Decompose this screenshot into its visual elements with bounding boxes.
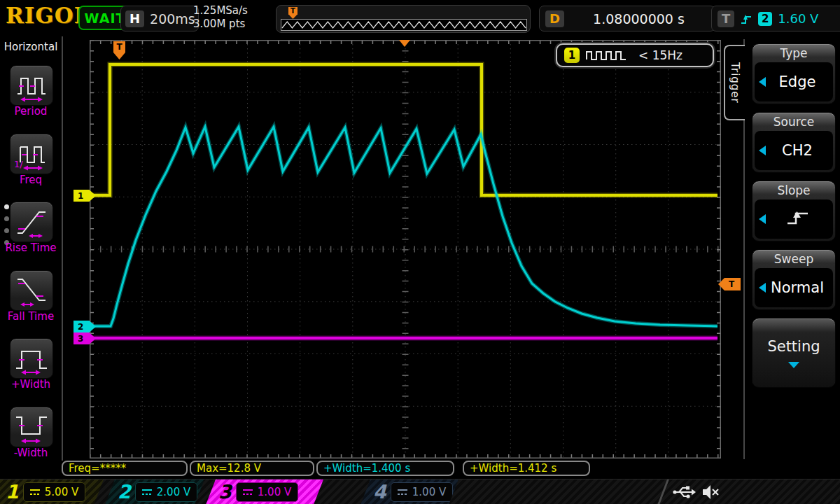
left-arrow-icon xyxy=(759,77,766,87)
delay-readout: D 1.08000000 s xyxy=(539,6,715,31)
fall-time-icon xyxy=(12,271,51,310)
rigol-logo: RIGOL xyxy=(6,3,90,28)
measurement-pos-width-1: +Width=1.400 s xyxy=(316,461,454,476)
trigger-frequency-value: < 15Hz xyxy=(638,48,682,62)
delay-value: 1.08000000 s xyxy=(568,11,709,27)
plus-width-icon xyxy=(12,339,51,378)
measurement-pos-width-2-value: +Width=1.412 s xyxy=(470,462,556,475)
measurement-freq: Freq=***** xyxy=(62,461,188,476)
trigger-type-button[interactable]: Type Edge xyxy=(752,43,836,104)
minus-width-icon xyxy=(12,407,51,447)
trigger-source-label: Source xyxy=(752,113,835,131)
trigger-source-value: CH2 xyxy=(766,142,829,159)
oscilloscope-screen: RIGOL WAIT H 200ms 1.25MSa/s 3.00M pts T… xyxy=(0,0,840,504)
channel4-number: 4 xyxy=(373,480,386,504)
delay-label: D xyxy=(545,10,564,27)
trigger-slope-label: Slope xyxy=(752,181,835,200)
measurement-max-value: Max=12.8 V xyxy=(197,462,261,475)
trigger-level-value: 1.60 V xyxy=(778,11,818,26)
measure-neg-width-button[interactable] xyxy=(10,407,53,447)
trigger-menu-tab: Trigger xyxy=(724,45,745,120)
channel-status-bar: 1 5.00 V 2 2.00 V 3 1.00 V 4 1.00 V xyxy=(0,479,840,504)
speaker-muted-icon xyxy=(701,484,720,500)
trigger-level-marker[interactable]: T xyxy=(718,278,741,290)
measurement-freq-value: Freq=***** xyxy=(69,462,126,475)
measurement-pos-width-2: +Width=1.412 s xyxy=(463,461,590,476)
trigger-sweep-button[interactable]: Sweep Normal xyxy=(752,249,836,310)
channel4-scale: 1.00 V xyxy=(412,486,446,498)
page-dot[interactable] xyxy=(4,228,9,233)
channel3-scale: 1.00 V xyxy=(258,486,291,498)
waveform-position-preview[interactable]: T xyxy=(276,5,531,33)
measure-rise-time-button[interactable] xyxy=(10,202,53,242)
measure-freq-button[interactable]: 1/ xyxy=(10,134,53,174)
measure-fall-time-label: Fall Time xyxy=(0,310,62,323)
channel1-scale: 5.00 V xyxy=(45,486,78,498)
trigger-slope-button[interactable]: Slope xyxy=(752,181,836,241)
trigger-setting-label: Setting xyxy=(767,338,820,355)
sidebar-title: Horizontal xyxy=(0,41,62,53)
trigger-time-marker-icon[interactable] xyxy=(399,40,410,47)
trigger-sweep-label: Sweep xyxy=(752,250,835,268)
channel2-block[interactable]: 2 2.00 V xyxy=(105,479,204,504)
measure-pos-width-label: +Width xyxy=(0,378,62,391)
measure-pos-width-button[interactable] xyxy=(10,338,53,379)
svg-text:1/: 1/ xyxy=(14,159,23,169)
timebase-readout: H 200ms xyxy=(120,6,199,31)
sample-rate: 1.25MSa/s xyxy=(193,4,248,18)
channel2-number: 2 xyxy=(118,480,131,504)
period-icon xyxy=(12,66,51,105)
trigger-source-button[interactable]: Source CH2 xyxy=(752,112,836,173)
rise-time-icon xyxy=(12,202,51,241)
slope-rising-icon xyxy=(766,209,829,230)
preview-trigger-flag-icon[interactable]: T xyxy=(288,7,298,19)
graticule-display xyxy=(90,40,721,458)
measurement-pos-width-1-value: +Width=1.400 s xyxy=(323,462,410,475)
left-arrow-icon xyxy=(759,214,766,224)
channel3-block-selected[interactable]: 3 1.00 V xyxy=(206,479,323,504)
preview-waveform-icon xyxy=(281,20,526,30)
channel1-block[interactable]: 1 5.00 V xyxy=(0,479,104,504)
status-icons-divider xyxy=(657,479,669,504)
trigger-setting-button[interactable]: Setting xyxy=(752,318,836,388)
preview-wave-window xyxy=(281,19,527,31)
channel2-scale: 2.00 V xyxy=(157,486,190,498)
trigger-type-label: Type xyxy=(752,44,835,62)
chevron-down-icon xyxy=(788,362,799,368)
timebase-value: 200ms xyxy=(150,11,195,27)
pulse-train-icon xyxy=(586,49,632,62)
trigger-source-badge: 2 xyxy=(758,12,772,26)
dc-coupling-icon xyxy=(243,489,253,496)
dc-coupling-icon xyxy=(142,489,152,496)
dc-coupling-icon xyxy=(398,489,407,496)
freq-icon: 1/ xyxy=(12,134,51,174)
memory-depth: 3.00M pts xyxy=(193,18,248,31)
trigger-label: T xyxy=(718,10,734,27)
measure-period-button[interactable] xyxy=(10,65,53,106)
channel4-block[interactable]: 4 1.00 V xyxy=(360,479,458,504)
trigger-type-value: Edge xyxy=(766,74,829,90)
timebase-label: H xyxy=(125,10,144,27)
measurement-max: Max=12.8 V xyxy=(190,461,314,476)
trigger-frequency-readout: 1 < 15Hz xyxy=(556,43,714,67)
measure-rise-time-label: Rise Time xyxy=(0,241,62,254)
measure-neg-width-label: -Width xyxy=(0,447,62,459)
trigger-info-channel-badge: 1 xyxy=(564,48,580,63)
sample-rate-readout: 1.25MSa/s 3.00M pts xyxy=(193,4,248,31)
measure-fall-time-button[interactable] xyxy=(10,270,53,311)
trigger-status-readout: T 2 1.60 V xyxy=(711,6,840,31)
page-dot[interactable] xyxy=(4,216,9,221)
channel3-number: 3 xyxy=(218,480,232,504)
channel1-number: 1 xyxy=(6,480,19,504)
left-arrow-icon xyxy=(759,283,766,293)
usb-icon xyxy=(672,485,696,499)
page-dot-active[interactable] xyxy=(4,204,9,209)
trigger-sweep-value: Normal xyxy=(766,279,829,296)
dc-coupling-icon xyxy=(30,489,40,496)
sidebar-divider xyxy=(62,36,63,461)
left-arrow-icon xyxy=(759,146,766,155)
rising-edge-icon xyxy=(740,13,752,25)
measure-freq-label: Freq xyxy=(0,174,62,186)
measure-period-label: Period xyxy=(0,105,62,118)
